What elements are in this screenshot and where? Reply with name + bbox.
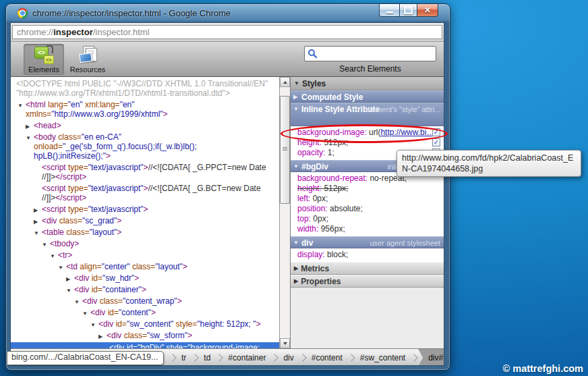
- tree-scrollbar[interactable]: [279, 77, 290, 348]
- breadcrumb-item[interactable]: div#bgDiv: [418, 349, 444, 366]
- collapse-arrow-icon[interactable]: ▼: [293, 163, 299, 169]
- collapse-arrow-icon[interactable]: ▼: [293, 240, 299, 246]
- expand-arrow-icon[interactable]: ▶: [34, 206, 38, 215]
- tree-node[interactable]: ▶<div class="sc_grad">: [11, 216, 279, 225]
- tree-node[interactable]: ▼<body class="en en-CA" onload="_ge('sb_…: [11, 132, 279, 161]
- scroll-down-icon: [283, 342, 287, 345]
- breadcrumb-item[interactable]: div: [278, 349, 298, 366]
- section-body: background-repeat: no-repeat;height: 512…: [291, 172, 444, 236]
- chrome-window: chrome://inspector/inspector.html - Goog…: [5, 3, 450, 371]
- collapse-arrow-icon[interactable]: ▼: [18, 101, 23, 111]
- tree-node[interactable]: ▼<div id="container">: [11, 285, 279, 294]
- collapse-arrow-icon[interactable]: ▼: [90, 321, 96, 330]
- tree-node[interactable]: ▼<tbody>: [11, 239, 279, 248]
- elements-tab-button[interactable]: <> <> Elements: [24, 44, 64, 75]
- expand-arrow-icon[interactable]: ▶: [294, 265, 298, 271]
- breadcrumb-chevron-icon: [216, 354, 223, 361]
- tree-node-selected[interactable]: <div id="bgDiv" style="background-image:…: [11, 342, 279, 348]
- titlebar[interactable]: chrome://inspector/inspector.html - Goog…: [6, 4, 450, 22]
- resources-icon: [78, 45, 98, 64]
- tree-node[interactable]: ▼<div class="content_wrap">: [11, 296, 279, 306]
- section-header[interactable]: ▼divuser agent stylesheet: [291, 236, 444, 248]
- property-value: block;: [327, 250, 348, 259]
- tree-node[interactable]: ▶<script type="text/javascript">: [11, 205, 279, 214]
- resources-tab-button[interactable]: Resources: [67, 44, 108, 75]
- style-property-row: width: 956px;: [291, 224, 444, 234]
- collapse-arrow-icon[interactable]: ▼: [34, 229, 39, 238]
- desktop: chrome://inspector/inspector.html - Goog…: [0, 0, 588, 376]
- dom-tree-panel: <!DOCTYPE html PUBLIC "-//W3C//DTD XHTML…: [11, 77, 279, 348]
- tree-node[interactable]: ▼<div id="sw_content" style="height: 512…: [11, 319, 279, 329]
- window-controls: ✕: [379, 4, 438, 17]
- collapse-arrow-icon[interactable]: ▼: [294, 80, 299, 86]
- breadcrumb-chevron-icon: [169, 354, 176, 361]
- resources-tab-label: Resources: [70, 65, 106, 74]
- scroll-down-button[interactable]: [280, 338, 290, 348]
- property-value: absolute;: [330, 204, 363, 213]
- watermark: © mattrefghi.com: [503, 363, 583, 374]
- style-property-row: height: 512px;: [291, 184, 444, 194]
- inspector-main: <!DOCTYPE html PUBLIC "-//W3C//DTD XHTML…: [11, 77, 444, 348]
- window-title: chrome://inspector/inspector.html - Goog…: [32, 8, 231, 18]
- breadcrumb-item[interactable]: #sw_content: [355, 349, 410, 366]
- search-input[interactable]: [304, 46, 436, 61]
- section-header-metrics[interactable]: ▶Metrics: [291, 262, 444, 275]
- close-button[interactable]: ✕: [417, 4, 438, 17]
- collapse-arrow-icon[interactable]: ▼: [66, 286, 71, 296]
- collapse-arrow-icon[interactable]: ▼: [58, 263, 63, 273]
- maximize-button[interactable]: [400, 4, 417, 17]
- styles-section-header[interactable]: ▼Styles: [291, 77, 444, 90]
- styles-panel: ▼Styles▶Computed Style▼Inline Style Attr…: [290, 77, 444, 348]
- scroll-up-button[interactable]: [280, 77, 290, 87]
- expand-arrow-icon[interactable]: ▶: [26, 122, 30, 132]
- tree-node[interactable]: ▼<div id="content">: [11, 308, 279, 317]
- section-header-properties[interactable]: ▶Properties: [291, 275, 444, 288]
- tree-node[interactable]: <script type="text/javascript">//<![CDAT…: [11, 184, 279, 203]
- tree-node[interactable]: ▶<div class="sw_sform">: [11, 331, 279, 340]
- tree-node[interactable]: ▶<head>: [11, 121, 279, 130]
- style-property-row: position: absolute;: [291, 204, 444, 214]
- section-title: Computed Style: [291, 91, 363, 103]
- property-value: 512px;: [324, 184, 348, 193]
- breadcrumb-item[interactable]: #content: [307, 349, 347, 366]
- section-header[interactable]: ▼Inline Style Attributeelement's "style"…: [291, 103, 444, 126]
- elements-icon: <> <>: [34, 45, 54, 64]
- section-note: element's "style" attri...: [365, 105, 440, 113]
- collapse-arrow-icon[interactable]: ▼: [293, 106, 299, 112]
- minimize-button[interactable]: [379, 4, 400, 17]
- section-header[interactable]: ▶Computed Style: [291, 90, 444, 103]
- expand-arrow-icon[interactable]: ▶: [294, 278, 298, 284]
- collapse-arrow-icon[interactable]: ▼: [42, 240, 47, 250]
- address-input[interactable]: chrome://inspector/inspector.html: [12, 25, 442, 39]
- address-host: inspector: [53, 27, 93, 37]
- tree-node[interactable]: ▶<div id="sw_hdr">: [11, 273, 279, 283]
- property-enabled-checkbox[interactable]: ✓: [432, 138, 440, 146]
- expand-arrow-icon[interactable]: ▶: [34, 217, 38, 227]
- section-body: display: block;: [291, 248, 444, 262]
- scroll-up-icon: [283, 81, 287, 84]
- collapse-arrow-icon[interactable]: ▼: [26, 134, 31, 143]
- address-bar: chrome://inspector/inspector.html: [11, 23, 444, 42]
- section-title: Metrics: [301, 264, 329, 273]
- tree-node[interactable]: ▼<tr>: [11, 250, 279, 260]
- property-name: display:: [297, 250, 327, 259]
- tree-node[interactable]: ▼<html lang="en" xml:lang="en" xmlns="ht…: [11, 100, 279, 119]
- maximize-icon: [404, 6, 413, 14]
- tree-node[interactable]: ▼<table class="layout">: [11, 227, 279, 237]
- breadcrumb-item[interactable]: td: [199, 349, 215, 366]
- breadcrumb-item[interactable]: tr: [177, 349, 191, 366]
- expand-arrow-icon[interactable]: ▶: [293, 94, 297, 100]
- tree-node[interactable]: <script type="text/javascript">//<![CDAT…: [11, 163, 279, 182]
- collapse-arrow-icon[interactable]: ▼: [50, 252, 55, 261]
- tree-node[interactable]: <!DOCTYPE html PUBLIC "-//W3C//DTD XHTML…: [11, 79, 279, 98]
- collapse-arrow-icon[interactable]: ▼: [82, 309, 88, 319]
- scrollbar-thumb[interactable]: [280, 96, 290, 204]
- breadcrumb-item[interactable]: #container: [223, 349, 270, 366]
- property-value: 0px;: [313, 194, 328, 203]
- tree-node[interactable]: ▼<td align="center" class="layout">: [11, 262, 279, 271]
- collapse-arrow-icon[interactable]: ▼: [74, 298, 80, 307]
- section-title: Properties: [301, 277, 341, 286]
- expand-arrow-icon[interactable]: ▶: [98, 332, 102, 342]
- search-elements-label: Search Elements: [304, 64, 436, 74]
- expand-arrow-icon[interactable]: ▶: [66, 275, 70, 284]
